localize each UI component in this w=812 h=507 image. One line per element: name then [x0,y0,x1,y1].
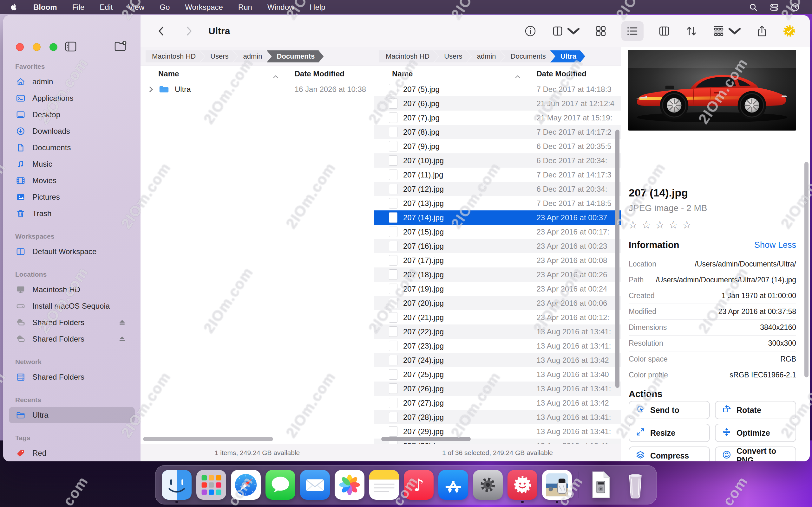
file-row-207-27-jpg[interactable]: 207 (27).jpg 13 Aug 2016 at 13:42 [374,396,621,410]
file-row-ultra[interactable]: Ultra 16 Jan 2026 at 10:38 [141,82,374,96]
eject-icon[interactable] [118,335,126,343]
sidebar-item-shared-folders[interactable]: Shared Folders [9,331,135,347]
back-button[interactable] [156,25,166,38]
file-row-207-25-jpg[interactable]: 207 (25).jpg 13 Aug 2016 at 13:40 [374,367,621,382]
dock-safari-icon[interactable] [231,470,261,500]
file-row-207-16-jpg[interactable]: 207 (16).jpg 23 Apr 2016 at 00:23 [374,239,621,253]
star-icon[interactable]: ☆ [641,219,655,231]
breadcrumb-users[interactable]: Users [434,50,471,62]
column-divider[interactable] [530,68,530,79]
star-icon[interactable]: ☆ [668,219,681,231]
star-icon[interactable]: ☆ [682,219,695,231]
column-name[interactable]: Name [141,69,179,78]
dual-pane-view-icon[interactable] [551,24,580,38]
breadcrumb-documents[interactable]: Documents [267,50,324,62]
file-row-207-13-jpg[interactable]: 207 (13).jpg 7 Dec 2017 at 14:18:5 [374,196,621,210]
compress-button[interactable]: Compress [629,447,710,461]
eject-icon[interactable] [118,318,126,327]
convert-to-png-button[interactable]: Convert to PNG [715,447,796,461]
close-button[interactable] [16,43,24,51]
menu-view[interactable]: View [128,3,145,12]
sidebar-item-downloads[interactable]: Downloads [9,123,135,139]
file-row-207-12-jpg[interactable]: 207 (12).jpg 6 Dec 2017 at 20:34: [374,182,621,196]
sidebar-item-desktop[interactable]: Desktop [9,107,135,123]
sidebar-item-documents[interactable]: Documents [9,139,135,156]
search-icon[interactable] [749,3,758,12]
breadcrumb-macintosh-hd[interactable]: Macintosh HD [146,50,205,62]
dock-music-icon[interactable]: ♪ [404,470,434,500]
send-to-button[interactable]: Send to [629,401,710,419]
star-icon[interactable]: ☆ [655,219,668,231]
file-row-207-18-jpg[interactable]: 207 (18).jpg 23 Apr 2016 at 00:26 [374,268,621,282]
new-folder-icon[interactable] [113,39,128,54]
sidebar-item-music[interactable]: Music [9,156,135,172]
sidebar-item-shared-folders[interactable]: Shared Folders [9,314,135,331]
dock-image-viewer-icon[interactable] [542,470,572,500]
file-row-207-15-jpg[interactable]: 207 (15).jpg 23 Apr 2016 at 00:17: [374,225,621,239]
user-switch-icon[interactable] [769,3,779,12]
file-row-207-17-jpg[interactable]: 207 (17).jpg 23 Apr 2016 at 00:08 [374,253,621,268]
menu-edit[interactable]: Edit [100,3,113,12]
file-row-207-7-jpg[interactable]: 207 (7).jpg 21 May 2017 at 15:19: [374,111,621,125]
file-row-207-26-jpg[interactable]: 207 (26).jpg 13 Aug 2016 at 13:41: [374,382,621,396]
file-row-207-19-jpg[interactable]: 207 (19).jpg 23 Apr 2016 at 00:24 [374,282,621,296]
zoom-button[interactable] [49,43,57,51]
column-name[interactable]: Name [374,69,413,78]
menu-app-name[interactable]: Bloom [33,3,57,12]
minimize-button[interactable] [33,43,41,51]
file-row-207-20-jpg[interactable]: 207 (20).jpg 23 Apr 2016 at 00:06 [374,296,621,310]
file-row-207-6-jpg[interactable]: 207 (6).jpg 21 Jun 2017 at 12:12:4 [374,96,621,111]
menu-help[interactable]: Help [310,3,325,12]
file-row-207-21-jpg[interactable]: 207 (21).jpg 23 Apr 2016 at 00:12: [374,310,621,325]
clock-icon[interactable] [791,3,800,12]
sidebar-item-movies[interactable]: Movies [9,172,135,189]
breadcrumb-users[interactable]: Users [200,50,237,62]
menu-window[interactable]: Window [267,3,294,12]
dock-launchpad-icon[interactable] [196,470,226,500]
sidebar-item-red[interactable]: Red [9,445,135,461]
info-icon[interactable] [524,24,537,38]
dock-trash-icon[interactable] [620,470,650,500]
dock-system-settings-icon[interactable] [473,470,503,500]
column-view-icon[interactable] [658,24,671,38]
rotate-button[interactable]: Rotate [715,401,796,419]
dock-mail-icon[interactable] [300,470,330,500]
dock-photo-booth-icon[interactable] [507,470,537,500]
grid-view-icon[interactable] [594,24,607,38]
sidebar-item-trash[interactable]: Trash [9,205,135,222]
file-row-207-23-jpg[interactable]: 207 (23).jpg 13 Aug 2016 at 13:41: [374,339,621,353]
forward-button[interactable] [184,25,194,38]
file-row-207-10-jpg[interactable]: 207 (10).jpg 6 Dec 2017 at 20:34: [374,153,621,168]
file-row-207-28-jpg[interactable]: 207 (28).jpg 13 Aug 2016 at 13:41: [374,410,621,424]
menu-file[interactable]: File [72,3,85,12]
horizontal-scrollbar-right[interactable] [381,437,471,441]
column-date-modified[interactable]: Date Modified [537,69,587,78]
optimize-button[interactable]: Optimize [715,424,796,442]
breadcrumb-admin[interactable]: admin [233,50,271,62]
apple-menu-icon[interactable] [9,3,18,11]
column-divider[interactable] [288,68,288,79]
horizontal-scrollbar-left[interactable] [143,437,273,441]
sidebar-item-default-workspace[interactable]: Default Workspace [9,243,135,260]
sidebar-item-pictures[interactable]: Pictures [9,189,135,205]
sidebar-item-shared-folders[interactable]: Shared Folders [9,369,135,385]
license-badge-icon[interactable] [782,24,796,38]
vertical-scrollbar-preview[interactable] [804,162,809,377]
show-less-link[interactable]: Show Less [754,240,796,250]
file-row-207-9-jpg[interactable]: 207 (9).jpg 6 Dec 2017 at 20:35:5 [374,139,621,153]
sidebar-item-admin[interactable]: admin [9,73,135,90]
dock-notes-icon[interactable] [369,470,399,500]
breadcrumb-macintosh-hd[interactable]: Macintosh HD [379,50,438,62]
dock-installer-file-icon[interactable] [586,470,616,500]
dock-photos-icon[interactable] [335,470,364,500]
menu-run[interactable]: Run [238,3,252,12]
dock-finder-icon[interactable] [162,470,192,500]
share-icon[interactable] [755,24,768,38]
breadcrumb-admin[interactable]: admin [467,50,505,62]
toggle-sidebar-icon[interactable] [63,39,78,54]
list-view-icon[interactable] [621,21,644,41]
file-row-207-24-jpg[interactable]: 207 (24).jpg 13 Aug 2016 at 13:42 [374,353,621,367]
vertical-scrollbar-right[interactable] [615,130,619,388]
file-row-207-11-jpg[interactable]: 207 (11).jpg 7 Dec 2017 at 14:17:3 [374,168,621,182]
file-row-207-8-jpg[interactable]: 207 (8).jpg 7 Dec 2017 at 14:17:2 [374,125,621,139]
